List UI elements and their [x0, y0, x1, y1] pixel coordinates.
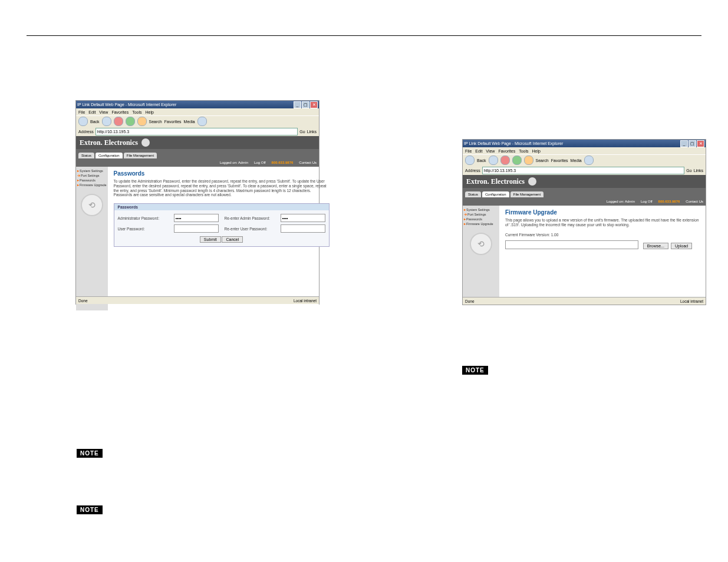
sidebar-item-firmware[interactable]: ▸Firmware Upgrade — [77, 183, 107, 187]
media-label[interactable]: Media — [571, 158, 582, 163]
forward-icon[interactable] — [102, 117, 111, 126]
logged-user: Admin — [625, 200, 635, 203]
refresh-icon[interactable] — [126, 117, 135, 126]
main-panel-passwords: Passwords To update the Administration P… — [108, 167, 335, 310]
firmware-file-input[interactable] — [505, 240, 638, 249]
sidebar-item-firmware[interactable]: ▸Firmware Upgrade — [464, 222, 498, 226]
sidebar-item-port[interactable]: ➔Port Settings — [77, 174, 107, 177]
sidebar-item-passwords[interactable]: ▸Passwords — [464, 217, 498, 221]
address-label: Address — [78, 130, 94, 134]
menu-tools[interactable]: Tools — [519, 149, 528, 153]
search-label[interactable]: Search — [536, 158, 549, 163]
reuser-pw-input[interactable] — [281, 224, 325, 233]
status-done: Done — [78, 299, 88, 303]
menu-edit[interactable]: Edit — [475, 149, 482, 153]
maximize-button[interactable]: ▢ — [302, 101, 309, 108]
logged-label: Logged on: — [220, 161, 238, 164]
home-icon[interactable] — [524, 156, 533, 165]
back-icon[interactable] — [78, 117, 88, 126]
note-badge: NOTE — [77, 449, 103, 458]
note-badge: NOTE — [77, 505, 103, 514]
maximize-button[interactable]: ▢ — [689, 140, 696, 147]
address-input[interactable] — [482, 167, 685, 174]
links-label[interactable]: Links — [307, 130, 317, 134]
phone-code: 800.633.9876 — [272, 161, 294, 164]
tab-row: Status Configuration File Management — [463, 188, 706, 197]
status-zone: Local intranet — [294, 299, 317, 303]
menu-view[interactable]: View — [99, 110, 108, 114]
sidebar: ▸System Settings ➔Port Settings ▸Passwor… — [76, 167, 108, 310]
sidebar-item-system[interactable]: ▸System Settings — [464, 208, 498, 211]
fieldset-header: Passwords — [114, 204, 329, 210]
tab-file-management[interactable]: File Management — [124, 153, 157, 158]
menu-favorites[interactable]: Favorites — [498, 149, 515, 153]
menu-help[interactable]: Help — [146, 110, 154, 114]
menu-view[interactable]: View — [486, 149, 495, 153]
globe-icon — [141, 138, 150, 147]
readmin-pw-input[interactable] — [281, 214, 325, 222]
brand-bar: Extron. Electronics — [463, 175, 706, 188]
status-bar: Done Local intranet — [76, 296, 319, 304]
tab-status[interactable]: Status — [78, 153, 94, 158]
tab-configuration[interactable]: Configuration — [95, 153, 123, 158]
refresh-icon[interactable] — [512, 156, 522, 165]
globe-icon — [528, 177, 536, 186]
note-badge: NOTE — [462, 366, 488, 375]
extron-logo-icon: ⟲ — [470, 233, 492, 255]
phone-code: 800.633.9876 — [658, 200, 680, 203]
history-icon[interactable] — [584, 156, 594, 165]
tab-file-management[interactable]: File Management — [510, 191, 543, 197]
history-icon[interactable] — [197, 117, 207, 126]
contact-link[interactable]: Contact Us — [686, 200, 703, 203]
sidebar-item-port[interactable]: ➔Port Settings — [464, 213, 498, 216]
cancel-button[interactable]: Cancel — [222, 236, 243, 243]
intro-text: To update the Administration Password, e… — [114, 179, 330, 197]
menu-file[interactable]: File — [465, 149, 472, 153]
logoff-link[interactable]: Log Off — [254, 161, 266, 164]
go-button[interactable]: Go — [686, 168, 691, 173]
contact-link[interactable]: Contact Us — [299, 161, 317, 164]
go-button[interactable]: Go — [299, 130, 305, 134]
window-title: IP Link Default Web Page - Microsoft Int… — [77, 103, 176, 107]
browse-button[interactable]: Browse... — [643, 243, 668, 249]
menu-file[interactable]: File — [78, 110, 85, 114]
favorites-label[interactable]: Favorites — [551, 158, 568, 163]
address-input[interactable] — [95, 128, 298, 135]
links-label[interactable]: Links — [694, 168, 703, 173]
address-label: Address — [465, 168, 480, 173]
tab-status[interactable]: Status — [465, 191, 481, 197]
menu-tools[interactable]: Tools — [132, 110, 141, 114]
user-pw-input[interactable] — [174, 224, 219, 233]
stop-icon[interactable] — [114, 117, 123, 126]
close-button[interactable]: ✕ — [697, 140, 704, 147]
minimize-button[interactable]: _ — [294, 101, 301, 108]
search-label[interactable]: Search — [149, 120, 162, 124]
upload-button[interactable]: Upload — [671, 243, 692, 249]
menubar: File Edit View Favorites Tools Help — [463, 147, 706, 154]
window-titlebar: IP Link Default Web Page - Microsoft Int… — [76, 101, 319, 108]
admin-pw-input[interactable] — [174, 214, 219, 222]
forward-icon[interactable] — [489, 156, 498, 165]
tab-configuration[interactable]: Configuration — [482, 191, 509, 197]
back-icon[interactable] — [465, 156, 475, 165]
stop-icon[interactable] — [500, 156, 510, 165]
minimize-button[interactable]: _ — [680, 140, 688, 147]
brand-text: Extron. Electronics — [466, 177, 525, 186]
user-pw-label: User Password: — [118, 227, 168, 231]
toolbar: Back Search Favorites Media — [76, 115, 319, 127]
media-label[interactable]: Media — [184, 120, 195, 124]
home-icon[interactable] — [137, 117, 147, 126]
logoff-link[interactable]: Log Off — [641, 200, 653, 203]
back-label[interactable]: Back — [477, 158, 486, 163]
menu-help[interactable]: Help — [532, 149, 541, 153]
sidebar-item-passwords[interactable]: ▸Passwords — [77, 178, 107, 182]
menu-edit[interactable]: Edit — [88, 110, 95, 114]
screenshot-passwords: IP Link Default Web Page - Microsoft Int… — [75, 100, 319, 305]
close-button[interactable]: ✕ — [310, 101, 318, 108]
menu-favorites[interactable]: Favorites — [111, 110, 129, 114]
logged-label: Logged on: — [607, 200, 624, 203]
submit-button[interactable]: Submit — [200, 236, 221, 243]
back-label[interactable]: Back — [90, 120, 100, 124]
sidebar-item-system[interactable]: ▸System Settings — [77, 169, 107, 173]
favorites-label[interactable]: Favorites — [164, 120, 182, 124]
